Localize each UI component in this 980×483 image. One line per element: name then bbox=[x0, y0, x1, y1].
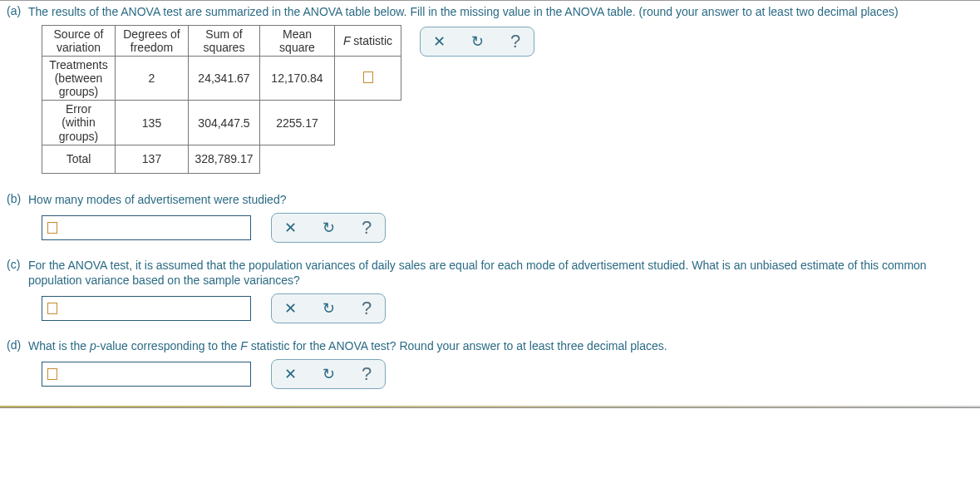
input-b-placeholder-icon bbox=[47, 222, 57, 234]
row-error-l3: groups) bbox=[47, 130, 110, 143]
reset-icon[interactable]: ↺ bbox=[320, 365, 337, 383]
part-d: (d) What is the p-value corresponding to… bbox=[7, 338, 973, 389]
part-d-p: p bbox=[90, 339, 96, 352]
row-error-l2: (within bbox=[47, 116, 110, 129]
button-group-d: ✕ ↺ ? bbox=[271, 359, 386, 389]
input-c-placeholder-icon bbox=[47, 303, 57, 314]
th-source-l1: Source of bbox=[47, 27, 110, 41]
bottom-divider bbox=[0, 406, 980, 408]
part-a: (a) The results of the ANOVA test are su… bbox=[7, 4, 973, 177]
part-c-label: (c) For the ANOVA test, it is assumed th… bbox=[7, 258, 973, 289]
th-source-l2: variation bbox=[47, 41, 110, 54]
button-group-c: ✕ ↺ ? bbox=[271, 293, 386, 323]
part-a-text: The results of the ANOVA test are summar… bbox=[28, 4, 899, 20]
reset-icon[interactable]: ↺ bbox=[469, 32, 485, 51]
row-error-ss: 304,447.5 bbox=[189, 101, 260, 145]
row-treat-l3: groups) bbox=[47, 85, 110, 98]
anova-table: Source of variation Degrees of freedom S… bbox=[42, 25, 401, 174]
row-treat-ms: 12,170.84 bbox=[260, 57, 335, 101]
part-d-text: What is the p-value corresponding to the… bbox=[28, 338, 667, 354]
part-b: (b) How many modes of advertisement were… bbox=[7, 192, 973, 243]
part-d-label: (d) What is the p-value corresponding to… bbox=[7, 338, 973, 354]
part-b-label: (b) How many modes of advertisement were… bbox=[7, 192, 973, 208]
row-total-f-empty bbox=[335, 145, 401, 173]
row-treat-label: Treatments (between groups) bbox=[42, 57, 116, 101]
part-d-post: statistic for the ANOVA test? Round your… bbox=[248, 339, 667, 352]
th-f-text: statistic bbox=[350, 34, 392, 47]
th-ss: Sum of squares bbox=[189, 25, 260, 56]
row-total-df: 137 bbox=[116, 145, 189, 173]
reset-icon[interactable]: ↺ bbox=[320, 219, 337, 237]
row-treat-l2: (between bbox=[47, 71, 110, 85]
part-d-pre: What is the bbox=[28, 339, 90, 352]
th-df-l1: Degrees of bbox=[121, 27, 183, 41]
part-a-label: (a) The results of the ANOVA test are su… bbox=[7, 4, 973, 20]
part-c-letter: (c) bbox=[7, 258, 28, 271]
row-total-ms-empty bbox=[260, 145, 335, 173]
close-icon[interactable]: ✕ bbox=[282, 299, 298, 318]
th-source: Source of variation bbox=[42, 25, 116, 56]
row-total-ss: 328,789.17 bbox=[189, 145, 260, 173]
part-c: (c) For the ANOVA test, it is assumed th… bbox=[7, 258, 973, 324]
part-d-mid: -value corresponding to the bbox=[96, 339, 241, 352]
input-b[interactable] bbox=[42, 215, 251, 240]
th-ss-l1: Sum of bbox=[194, 27, 254, 41]
th-fstat: F statistic bbox=[335, 25, 401, 56]
th-df: Degrees of freedom bbox=[116, 25, 189, 56]
row-total-label: Total bbox=[42, 145, 116, 173]
button-group-b: ✕ ↺ ? bbox=[271, 213, 386, 243]
th-ss-l2: squares bbox=[194, 41, 254, 54]
close-icon[interactable]: ✕ bbox=[282, 219, 298, 237]
close-icon[interactable]: ✕ bbox=[282, 365, 298, 383]
button-group-a: ✕ ↺ ? bbox=[420, 27, 534, 57]
help-icon[interactable]: ? bbox=[358, 298, 375, 319]
part-c-text: For the ANOVA test, it is assumed that t… bbox=[28, 258, 973, 289]
input-d[interactable] bbox=[42, 362, 251, 387]
part-d-letter: (d) bbox=[7, 338, 28, 352]
help-icon[interactable]: ? bbox=[358, 363, 375, 385]
input-c[interactable] bbox=[42, 296, 251, 321]
help-icon[interactable]: ? bbox=[507, 31, 524, 52]
row-treat-l1: Treatments bbox=[47, 58, 110, 71]
row-error-l1: Error bbox=[47, 102, 110, 116]
row-treat-f-input[interactable] bbox=[335, 57, 401, 101]
row-error-f-empty bbox=[335, 101, 401, 145]
row-treat-ss: 24,341.67 bbox=[189, 57, 260, 101]
th-ms: Mean square bbox=[260, 25, 335, 56]
row-error-label: Error (within groups) bbox=[42, 101, 116, 145]
part-d-f: F bbox=[240, 339, 248, 352]
reset-icon[interactable]: ↺ bbox=[320, 299, 337, 318]
part-b-text: How many modes of advertisement were stu… bbox=[28, 192, 286, 208]
close-icon[interactable]: ✕ bbox=[431, 32, 447, 51]
f-stat-placeholder-icon bbox=[363, 71, 373, 83]
th-df-l2: freedom bbox=[121, 41, 183, 54]
help-icon[interactable]: ? bbox=[358, 217, 375, 239]
part-a-letter: (a) bbox=[7, 4, 28, 17]
part-b-letter: (b) bbox=[7, 192, 28, 205]
row-error-ms: 2255.17 bbox=[260, 101, 335, 145]
row-error-df: 135 bbox=[116, 101, 189, 145]
input-d-placeholder-icon bbox=[47, 368, 57, 380]
row-treat-df: 2 bbox=[116, 57, 189, 101]
